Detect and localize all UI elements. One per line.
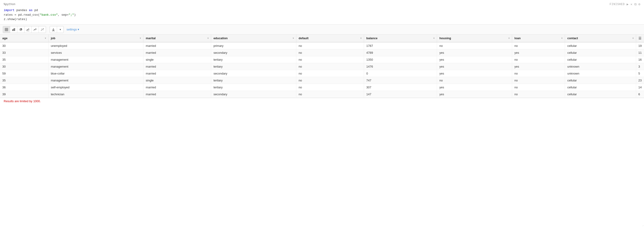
- sort-icon-contact: ▾: [632, 37, 634, 39]
- cell-marital: married: [144, 70, 211, 77]
- bar-chart-btn[interactable]: [10, 26, 17, 33]
- cell-extra: 3: [636, 63, 644, 70]
- download-dropdown-btn[interactable]: ▾: [57, 26, 64, 33]
- cell-extra: 23: [636, 77, 644, 84]
- col-header-menu[interactable]: ☰: [636, 35, 644, 42]
- cell-marital: married: [144, 49, 211, 56]
- cell-age: 59: [0, 70, 48, 77]
- run-icon[interactable]: ▶: [627, 2, 628, 6]
- cell-age: 33: [0, 49, 48, 56]
- settings-btn[interactable]: settings ▾: [65, 27, 81, 32]
- results-limited-text: Results are limited by 1000.: [4, 99, 41, 103]
- cell-extra: 19: [636, 42, 644, 49]
- data-table: age ▾ job ▾ marital ▾: [0, 35, 644, 98]
- cell-education: secondary: [211, 91, 296, 98]
- cell-loan: yes: [512, 49, 565, 56]
- code-line-1: import pandas as pd: [4, 8, 640, 13]
- cell-extra: 11: [636, 49, 644, 56]
- cell-default: no: [296, 70, 364, 77]
- cell-job: technician: [48, 91, 143, 98]
- sort-icon-default: ▾: [360, 37, 362, 39]
- col-header-default[interactable]: default ▾: [296, 35, 364, 42]
- table-row: 59blue-collarmarriedsecondaryno0yesnounk…: [0, 70, 644, 77]
- stop-icon[interactable]: ✕: [630, 2, 632, 6]
- cell-housing: yes: [437, 70, 512, 77]
- cell-loan: no: [512, 91, 565, 98]
- cell-marital: single: [144, 77, 211, 84]
- cell-default: no: [296, 56, 364, 63]
- svg-point-12: [43, 28, 44, 29]
- cell-marital: married: [144, 63, 211, 70]
- cell-housing: yes: [437, 91, 512, 98]
- notebook-cell: %python FINISHED ▶ ✕ ⧉ ⚙ import pandas a…: [0, 0, 644, 25]
- svg-rect-7: [14, 28, 15, 31]
- sort-icon-marital: ▾: [208, 37, 208, 39]
- cell-age: 36: [0, 84, 48, 91]
- cell-job: blue-collar: [48, 70, 143, 77]
- area-chart-btn[interactable]: [24, 26, 32, 33]
- table-row: 33servicesmarriedsecondaryno4789yesyesce…: [0, 49, 644, 56]
- cell-balance: 1476: [364, 63, 437, 70]
- cell-balance: 147: [364, 91, 437, 98]
- cell-extra: 16: [636, 56, 644, 63]
- svg-rect-6: [14, 29, 14, 31]
- col-header-balance[interactable]: balance ▾: [364, 35, 437, 42]
- sort-icon-job: ▾: [140, 37, 141, 39]
- cell-education: secondary: [211, 49, 296, 56]
- cell-marital: married: [144, 42, 211, 49]
- cell-type-label: %python: [4, 3, 15, 6]
- cell-header: %python FINISHED ▶ ✕ ⧉ ⚙: [4, 2, 640, 6]
- sort-icon-balance: ▾: [433, 37, 434, 39]
- cell-balance: 1787: [364, 42, 437, 49]
- cell-contact: unknown: [565, 63, 636, 70]
- settings-icon[interactable]: ⚙: [638, 2, 640, 6]
- cell-default: no: [296, 91, 364, 98]
- table-row: 35managementsingletertiaryno747nonocellu…: [0, 77, 644, 84]
- table-row: 30unemployedmarriedprimaryno1787nonocell…: [0, 42, 644, 49]
- cell-default: no: [296, 84, 364, 91]
- cell-age: 39: [0, 91, 48, 98]
- cell-contact: cellular: [565, 56, 636, 63]
- download-btn[interactable]: [50, 26, 57, 33]
- line-chart-btn[interactable]: [32, 26, 39, 33]
- cell-housing: no: [437, 77, 512, 84]
- svg-point-9: [41, 30, 42, 30]
- scatter-chart-btn[interactable]: [39, 26, 46, 33]
- cell-education: primary: [211, 42, 296, 49]
- cell-job: self-employed: [48, 84, 143, 91]
- col-header-job[interactable]: job ▾: [48, 35, 143, 42]
- pie-chart-btn[interactable]: [17, 26, 24, 33]
- col-header-age[interactable]: age ▾: [0, 35, 48, 42]
- svg-rect-5: [12, 29, 13, 31]
- cell-housing: yes: [437, 56, 512, 63]
- cell-job: management: [48, 77, 143, 84]
- code-line-3: z.show(rates): [4, 17, 640, 22]
- cell-education: tertiary: [211, 63, 296, 70]
- svg-rect-0: [5, 28, 8, 31]
- cell-loan: no: [512, 77, 565, 84]
- code-line-2: rates = pd.read_csv("bank.csv", sep=";"): [4, 13, 640, 17]
- cell-contact: cellular: [565, 84, 636, 91]
- col-header-marital[interactable]: marital ▾: [144, 35, 211, 42]
- table-row: 39technicianmarriedsecondaryno147yesnoce…: [0, 91, 644, 98]
- cell-controls: FINISHED ▶ ✕ ⧉ ⚙: [610, 2, 640, 6]
- cell-age: 35: [0, 56, 48, 63]
- col-header-education[interactable]: education ▾: [211, 35, 296, 42]
- col-header-loan[interactable]: loan ▾: [512, 35, 565, 42]
- col-header-housing[interactable]: housing ▾: [437, 35, 512, 42]
- svg-point-11: [43, 29, 44, 30]
- cell-contact: cellular: [565, 77, 636, 84]
- cell-contact: unknown: [565, 70, 636, 77]
- cell-loan: yes: [512, 63, 565, 70]
- cell-education: tertiary: [211, 77, 296, 84]
- toolbar: ▾ settings ▾: [0, 25, 644, 35]
- cell-default: no: [296, 49, 364, 56]
- cell-balance: 1350: [364, 56, 437, 63]
- table-view-btn[interactable]: [3, 26, 10, 33]
- cell-job: management: [48, 63, 143, 70]
- column-menu-icon: ☰: [638, 36, 642, 40]
- col-header-contact[interactable]: contact ▾: [565, 35, 636, 42]
- cell-balance: 4789: [364, 49, 437, 56]
- copy-icon[interactable]: ⧉: [634, 2, 636, 6]
- cell-status: FINISHED: [610, 3, 625, 6]
